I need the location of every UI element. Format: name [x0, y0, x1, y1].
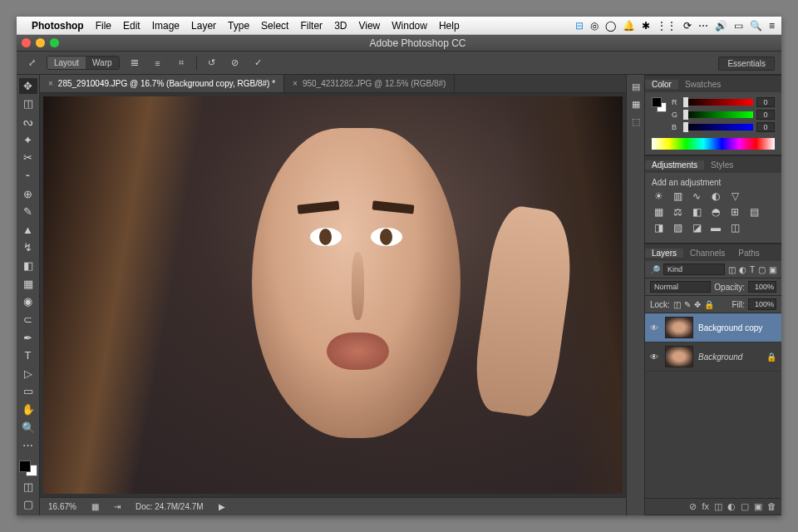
status-icon-2[interactable]: ⇥ [114, 502, 121, 511]
warp-mode[interactable]: Warp [86, 57, 119, 69]
transform-mode-segment[interactable]: Layout Warp [47, 56, 120, 70]
opacity-value[interactable]: 100% [748, 281, 776, 293]
workspace-switcher[interactable]: Essentials [718, 57, 775, 71]
adjustments-tab[interactable]: Adjustments [645, 160, 704, 170]
minimize-button[interactable] [36, 38, 45, 47]
g-value[interactable]: 0 [756, 110, 775, 120]
move-tool[interactable]: ✥ [19, 78, 37, 94]
paths-tab[interactable]: Paths [732, 249, 766, 258]
refresh-icon[interactable]: ⟳ [683, 20, 692, 32]
volume-icon[interactable]: 🔊 [715, 20, 727, 32]
filter-kind[interactable]: Kind [663, 264, 725, 275]
swatches-tab[interactable]: Swatches [678, 80, 727, 89]
pen-tool[interactable]: ✒ [19, 330, 37, 346]
lines-icon[interactable]: ≡ [150, 55, 166, 71]
lock-icon[interactable]: 🔒 [704, 300, 714, 309]
gradient-tool[interactable]: ▦ [19, 276, 37, 292]
menu-select[interactable]: Select [261, 20, 288, 32]
status-play-icon[interactable]: ▶ [219, 502, 225, 511]
brushes-panel-icon[interactable]: ⬚ [632, 116, 640, 127]
adj-photo-filter-icon[interactable]: ◓ [709, 206, 722, 218]
menu-layer[interactable]: Layer [191, 20, 216, 32]
close-tab-icon[interactable]: × [293, 79, 298, 88]
lock-position-icon[interactable]: ✎ [684, 300, 691, 309]
blend-mode[interactable]: Normal [650, 281, 711, 293]
zoom-button[interactable] [50, 38, 59, 47]
layer-name[interactable]: Background [698, 352, 761, 362]
adj-invert-icon[interactable]: ◨ [652, 222, 665, 234]
grid-icon[interactable]: ⌗ [173, 55, 190, 71]
layers-tab[interactable]: Layers [645, 249, 683, 258]
channels-tab[interactable]: Channels [683, 249, 732, 258]
document-tab-2[interactable]: × 950_4231282.JPG @ 12.5% (RGB/8#) [284, 75, 455, 92]
adj-vibrance-icon[interactable]: ▽ [728, 190, 741, 202]
layer-item[interactable]: 👁 Background copy [645, 313, 781, 342]
adj-channel-mixer-icon[interactable]: ⊞ [728, 206, 741, 218]
document-tab-1[interactable]: × 285_2910049.JPG @ 16.7% (Background co… [40, 75, 284, 92]
transform-tool-icon[interactable]: ⤢ [23, 55, 40, 71]
adj-gradient-map-icon[interactable]: ▬ [709, 222, 722, 234]
hand-tool[interactable]: ✋ [19, 401, 37, 417]
adj-hue-icon[interactable]: ▦ [652, 206, 665, 218]
layer-fx-icon[interactable]: fx [702, 501, 709, 512]
filter-type-icon[interactable]: T [750, 265, 755, 274]
canvas-area[interactable] [40, 93, 626, 497]
status-icon-1[interactable]: ▦ [91, 502, 99, 511]
menu-3d[interactable]: 3D [334, 20, 347, 32]
delete-layer-icon[interactable]: 🗑 [767, 501, 776, 512]
adj-brightness-icon[interactable]: ☀ [652, 190, 665, 202]
adj-selective-color-icon[interactable]: ◫ [728, 222, 741, 234]
quick-mask-tool[interactable]: ◫ [19, 479, 37, 495]
sync-icon[interactable]: ◯ [605, 20, 616, 32]
color-swatches[interactable] [19, 461, 37, 476]
adj-balance-icon[interactable]: ⚖ [671, 206, 684, 218]
r-slider[interactable] [683, 99, 753, 106]
g-slider[interactable] [683, 111, 753, 118]
brush-tool[interactable]: ✎ [19, 204, 37, 219]
menu-type[interactable]: Type [228, 20, 249, 32]
styles-tab[interactable]: Styles [704, 160, 740, 170]
adj-posterize-icon[interactable]: ▨ [671, 222, 684, 234]
cancel-icon[interactable]: ⊘ [227, 55, 244, 71]
color-swatches-mini[interactable] [652, 97, 667, 112]
blur-tool[interactable]: ◉ [19, 294, 37, 310]
menu-icon[interactable]: ≡ [769, 20, 775, 32]
layer-thumbnail[interactable] [665, 317, 693, 338]
adj-layer-icon[interactable]: ◐ [727, 501, 736, 512]
history-brush-tool[interactable]: ↯ [19, 240, 37, 256]
eraser-tool[interactable]: ◧ [19, 258, 37, 273]
zoom-tool[interactable]: 🔍 [19, 420, 37, 436]
menu-file[interactable]: File [96, 20, 111, 32]
zoom-value[interactable]: 16.67% [48, 502, 76, 511]
fill-value[interactable]: 100% [748, 298, 776, 310]
visibility-icon[interactable]: 👁 [650, 352, 660, 362]
stamp-tool[interactable]: ▲ [19, 222, 37, 238]
adj-curves-icon[interactable]: ∿ [690, 190, 703, 202]
menu-window[interactable]: Window [392, 20, 427, 32]
b-value[interactable]: 0 [756, 122, 775, 132]
r-value[interactable]: 0 [756, 97, 775, 107]
menu-help[interactable]: Help [439, 20, 460, 32]
canvas-image[interactable] [43, 96, 623, 494]
menu-view[interactable]: View [358, 20, 380, 32]
filter-adj-icon[interactable]: ◐ [739, 265, 746, 274]
layer-item[interactable]: 👁 Background 🔒 [645, 342, 781, 372]
group-icon[interactable]: ▢ [741, 501, 749, 512]
dots-icon[interactable]: ⋯ [698, 20, 708, 32]
link-layers-icon[interactable]: ⊘ [689, 501, 697, 512]
crop-tool[interactable]: ✂ [19, 150, 37, 166]
search-icon[interactable]: 🔍 [750, 20, 762, 32]
lock-pixels-icon[interactable]: ◫ [673, 300, 681, 309]
dodge-tool[interactable]: ⊂ [19, 312, 37, 328]
adj-levels-icon[interactable]: ▥ [671, 190, 684, 202]
undo-icon[interactable]: ↺ [204, 55, 220, 71]
adj-bw-icon[interactable]: ◧ [690, 206, 703, 218]
menu-image[interactable]: Image [152, 20, 180, 32]
layer-thumbnail[interactable] [665, 346, 693, 367]
doc-info[interactable]: Doc: 24.7M/24.7M [135, 502, 204, 511]
new-layer-icon[interactable]: ▣ [754, 501, 762, 512]
menu-app[interactable]: Photoshop [32, 20, 84, 32]
battery-icon[interactable]: ▭ [734, 20, 743, 32]
marquee-tool[interactable]: ◫ [19, 96, 37, 112]
filter-pixel-icon[interactable]: ◫ [728, 265, 736, 274]
